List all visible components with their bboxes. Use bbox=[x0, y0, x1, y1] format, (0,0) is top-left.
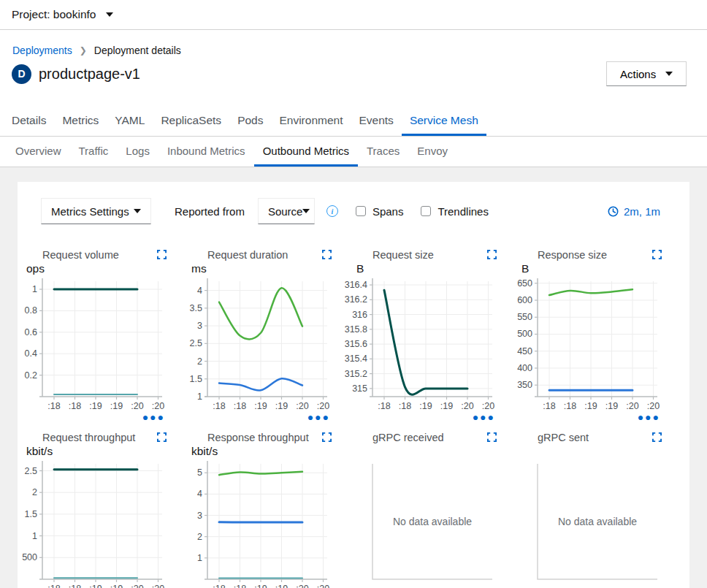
chart-plot: 2.521.51500:18:18:19:19:20:20 bbox=[23, 459, 188, 588]
chart-title: Response throughput bbox=[207, 432, 309, 443]
svg-text::19: :19 bbox=[584, 401, 597, 411]
actions-button[interactable]: Actions bbox=[606, 61, 687, 86]
expand-icon[interactable] bbox=[487, 250, 497, 259]
svg-text:600: 600 bbox=[517, 295, 532, 305]
chart-more-dots[interactable]: ●●● bbox=[23, 413, 188, 421]
expand-icon[interactable] bbox=[487, 432, 497, 442]
svg-text::20: :20 bbox=[131, 584, 143, 588]
chart-plot: 10.80.60.40.2:18:18:19:19:20:20 bbox=[23, 277, 188, 411]
expand-icon[interactable] bbox=[157, 432, 167, 442]
tab-replicasets[interactable]: ReplicaSets bbox=[153, 107, 229, 136]
expand-icon[interactable] bbox=[322, 432, 332, 442]
chevron-down-icon bbox=[106, 12, 113, 17]
trendlines-checkbox[interactable] bbox=[421, 206, 431, 216]
trendlines-label: Trendlines bbox=[437, 205, 488, 218]
svg-text::19: :19 bbox=[440, 401, 453, 411]
chart-more-dots[interactable]: ●●● bbox=[519, 413, 684, 421]
svg-text::20: :20 bbox=[131, 401, 143, 411]
chart-request-volume: Request volume ops 10.80.60.40.2:18:18:1… bbox=[23, 249, 188, 421]
main-tabs: Details Metrics YAML ReplicaSets Pods En… bbox=[0, 107, 707, 137]
reported-from-label: Reported from bbox=[175, 205, 245, 218]
svg-text:316.2: 316.2 bbox=[345, 294, 367, 305]
chart-title: Response size bbox=[538, 249, 607, 261]
time-range-button[interactable]: 2m, 1m bbox=[608, 205, 660, 218]
chevron-down-icon bbox=[134, 209, 141, 213]
deployment-badge: D bbox=[12, 64, 31, 84]
expand-icon[interactable] bbox=[157, 250, 167, 259]
svg-text::20: :20 bbox=[647, 401, 660, 411]
svg-text::19: :19 bbox=[275, 584, 288, 588]
chart-response-size: Response size B 650600550500450400350:18… bbox=[519, 249, 684, 421]
masthead: Project: bookinfo bbox=[0, 0, 707, 30]
svg-text:2.5: 2.5 bbox=[190, 338, 202, 348]
svg-text:1.5: 1.5 bbox=[190, 374, 202, 384]
tab-service-mesh[interactable]: Service Mesh bbox=[402, 107, 486, 136]
tab-pods[interactable]: Pods bbox=[229, 107, 271, 136]
expand-icon[interactable] bbox=[652, 432, 662, 442]
svg-text:5: 5 bbox=[197, 467, 202, 478]
svg-text:1: 1 bbox=[32, 531, 37, 541]
svg-text:350: 350 bbox=[517, 380, 532, 390]
outbound-metrics-card: Metrics Settings Reported from Source i … bbox=[18, 182, 689, 588]
svg-text::20: :20 bbox=[461, 401, 473, 411]
svg-text:1: 1 bbox=[32, 284, 37, 294]
svg-text:1: 1 bbox=[197, 553, 202, 563]
svg-text::20: :20 bbox=[152, 401, 164, 411]
clock-icon bbox=[608, 206, 619, 217]
tab-metrics[interactable]: Metrics bbox=[54, 107, 107, 136]
chevron-down-icon bbox=[302, 209, 310, 213]
subtab-envoy[interactable]: Envoy bbox=[408, 137, 456, 167]
svg-text::18: :18 bbox=[213, 401, 225, 411]
svg-text:No data available: No data available bbox=[393, 516, 472, 527]
chart-title: Request volume bbox=[42, 249, 119, 261]
expand-icon[interactable] bbox=[322, 250, 332, 259]
tab-events[interactable]: Events bbox=[351, 107, 401, 136]
chart-more-dots[interactable]: ●●● bbox=[188, 413, 354, 421]
chart-title: Request throughput bbox=[42, 432, 135, 443]
chart-plot: 54321:18:18:19:19:20:20 bbox=[188, 459, 354, 588]
spans-checkbox[interactable] bbox=[356, 206, 366, 216]
svg-text:400: 400 bbox=[517, 363, 532, 373]
metrics-settings-dropdown[interactable]: Metrics Settings bbox=[41, 198, 151, 224]
svg-text::20: :20 bbox=[296, 584, 308, 588]
chart-unit bbox=[519, 445, 684, 459]
chart-grpc-sent: gRPC sent No data available ●●● bbox=[519, 432, 684, 588]
tab-details[interactable]: Details bbox=[4, 107, 54, 136]
expand-icon[interactable] bbox=[652, 250, 662, 259]
project-selector[interactable]: Project: bookinfo bbox=[12, 8, 113, 21]
title-row: D productpage-v1 Actions bbox=[0, 56, 707, 86]
chart-plot: No data available bbox=[354, 459, 519, 588]
spans-checkbox-group[interactable]: Spans bbox=[356, 205, 404, 218]
chart-unit: ops bbox=[23, 262, 188, 277]
svg-text:500: 500 bbox=[517, 329, 532, 339]
info-icon[interactable]: i bbox=[326, 205, 338, 217]
svg-text::18: :18 bbox=[399, 401, 411, 411]
svg-text:650: 650 bbox=[517, 278, 532, 289]
subtab-inbound-metrics[interactable]: Inbound Metrics bbox=[158, 137, 254, 167]
svg-text:0.6: 0.6 bbox=[25, 327, 37, 337]
svg-text::18: :18 bbox=[234, 584, 246, 588]
tab-environment[interactable]: Environment bbox=[271, 107, 351, 136]
reported-from-dropdown[interactable]: Source bbox=[258, 198, 315, 224]
svg-text::19: :19 bbox=[254, 584, 267, 588]
svg-text::19: :19 bbox=[419, 401, 432, 411]
subtab-outbound-metrics[interactable]: Outbound Metrics bbox=[254, 137, 358, 167]
svg-text:315.8: 315.8 bbox=[345, 324, 367, 335]
trendlines-checkbox-group[interactable]: Trendlines bbox=[421, 205, 488, 218]
svg-text:450: 450 bbox=[517, 346, 532, 356]
subtab-overview[interactable]: Overview bbox=[7, 137, 70, 167]
breadcrumb-deployments-link[interactable]: Deployments bbox=[12, 45, 72, 56]
svg-text::19: :19 bbox=[110, 584, 123, 588]
tab-yaml[interactable]: YAML bbox=[107, 107, 153, 136]
subtab-traces[interactable]: Traces bbox=[358, 137, 408, 167]
svg-text:3.5: 3.5 bbox=[190, 303, 202, 313]
page-header: Deployments ❯ Deployment details D produ… bbox=[0, 30, 707, 167]
subtab-logs[interactable]: Logs bbox=[117, 137, 158, 167]
svg-text:316.4: 316.4 bbox=[345, 280, 367, 290]
project-selector-label: Project: bookinfo bbox=[12, 8, 96, 21]
chart-plot: 43.532.521.51:18:18:19:19:20:20 bbox=[188, 277, 354, 411]
breadcrumb-chevron-icon: ❯ bbox=[80, 45, 87, 56]
chart-more-dots[interactable]: ●●● bbox=[354, 413, 519, 421]
subtab-traffic[interactable]: Traffic bbox=[70, 137, 118, 167]
svg-text:4: 4 bbox=[197, 286, 202, 296]
